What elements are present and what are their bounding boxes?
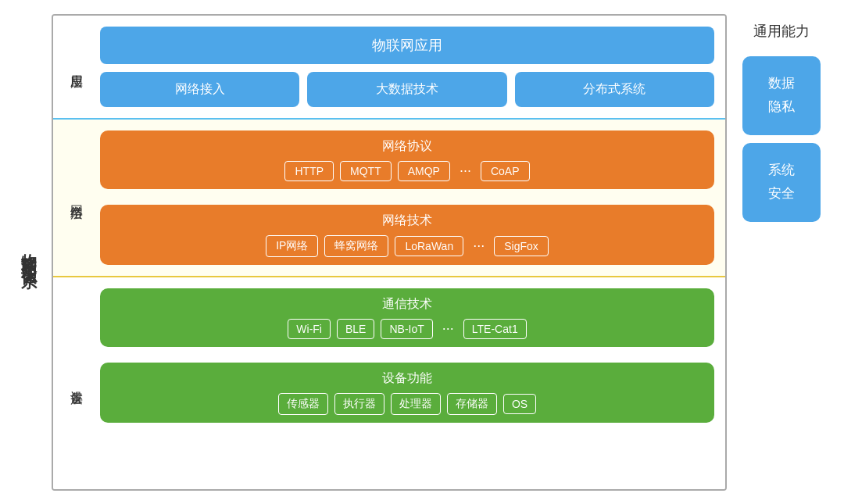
distributed-box: 分布式系统: [515, 72, 714, 107]
ip-item: IP网络: [266, 235, 318, 257]
tech-ellipsis: ···: [470, 238, 488, 254]
storage-item: 存储器: [447, 393, 497, 415]
processor-item: 处理器: [391, 393, 441, 415]
os-item: OS: [503, 394, 536, 414]
cellular-item: 蜂窝网络: [324, 235, 388, 257]
comm-items-row: Wi-Fi BLE NB-IoT ··· LTE-Cat1: [111, 319, 703, 339]
net-layer: 网络层 网络协议 HTTP MQTT AMQP ··· CoAP 网络技术: [53, 120, 725, 277]
comm-block: 通信技术 Wi-Fi BLE NB-IoT ··· LTE-Cat1: [100, 288, 714, 347]
right-panel-title: 通用能力: [753, 22, 810, 41]
app-layer-label: 应用层: [53, 27, 100, 107]
main-diagram: 应用层 物联网应用 网络接入 大数据技术 分布式系统 网络层 网络协议 HTTP: [52, 14, 727, 491]
dev-layer-label: 设备层: [53, 288, 100, 478]
wifi-item: Wi-Fi: [288, 319, 331, 339]
sensor-item: 传感器: [278, 393, 328, 415]
coap-item: CoAP: [481, 161, 530, 181]
comm-ellipsis: ···: [439, 320, 457, 337]
protocol-block: 网络协议 HTTP MQTT AMQP ··· CoAP: [100, 130, 714, 189]
protocol-ellipsis: ···: [456, 163, 474, 179]
app-layer-content: 物联网应用 网络接入 大数据技术 分布式系统: [100, 27, 714, 107]
system-security-box: 系统安全: [742, 143, 821, 222]
mqtt-item: MQTT: [340, 161, 392, 181]
main-container: 物联网知识体系 应用层 物联网应用 网络接入 大数据技术 分布式系统 网络层 网…: [16, 14, 828, 491]
net-layer-label: 网络层: [53, 130, 100, 265]
net-layer-inner: 网络协议 HTTP MQTT AMQP ··· CoAP 网络技术 IP网络 蜂…: [100, 130, 714, 265]
ble-item: BLE: [337, 319, 374, 339]
amqp-item: AMQP: [398, 161, 450, 181]
protocol-items-row: HTTP MQTT AMQP ··· CoAP: [111, 161, 703, 181]
dev-layer: 设备层 通信技术 Wi-Fi BLE NB-IoT ··· LTE-Cat1 设…: [53, 277, 725, 489]
tech-block-title: 网络技术: [111, 213, 703, 229]
protocol-block-title: 网络协议: [111, 138, 703, 155]
nbiot-item: NB-IoT: [381, 319, 432, 339]
func-block: 设备功能 传感器 执行器 处理器 存储器 OS: [100, 363, 714, 423]
lorawan-item: LoRaWan: [395, 236, 463, 256]
app-bottom-row: 网络接入 大数据技术 分布式系统: [100, 72, 714, 107]
iot-app-box: 物联网应用: [100, 27, 714, 64]
dev-layer-inner: 通信技术 Wi-Fi BLE NB-IoT ··· LTE-Cat1 设备功能 …: [100, 288, 714, 478]
bigdata-box: 大数据技术: [307, 72, 506, 107]
tech-items-row: IP网络 蜂窝网络 LoRaWan ··· SigFox: [111, 235, 703, 257]
right-panel: 通用能力 数据隐私 系统安全: [735, 14, 828, 491]
func-block-title: 设备功能: [111, 370, 703, 387]
ltecat1-item: LTE-Cat1: [463, 319, 527, 339]
data-privacy-box: 数据隐私: [742, 56, 821, 135]
http-item: HTTP: [284, 161, 334, 181]
network-access-box: 网络接入: [100, 72, 299, 107]
tech-block: 网络技术 IP网络 蜂窝网络 LoRaWan ··· SigFox: [100, 205, 714, 265]
left-label: 物联网知识体系: [16, 14, 44, 491]
comm-block-title: 通信技术: [111, 296, 703, 313]
sigfox-item: SigFox: [494, 236, 549, 256]
app-layer: 应用层 物联网应用 网络接入 大数据技术 分布式系统: [53, 16, 725, 120]
func-items-row: 传感器 执行器 处理器 存储器 OS: [111, 393, 703, 415]
actuator-item: 执行器: [334, 393, 384, 415]
